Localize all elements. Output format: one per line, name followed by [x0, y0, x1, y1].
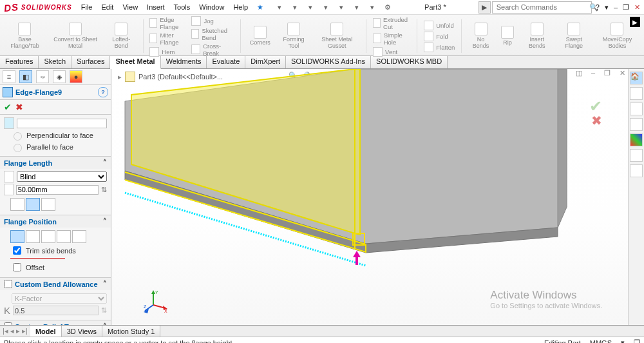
ribbon-edge-flange[interactable]: Edge Flange	[149, 16, 186, 30]
status-restore-icon[interactable]: ❐	[634, 338, 640, 343]
help-icon[interactable]: ?	[98, 87, 108, 97]
tab-weldments[interactable]: Weldments	[161, 56, 207, 68]
minimize-icon[interactable]: –	[614, 3, 618, 12]
ribbon-jog[interactable]: Jog	[191, 16, 233, 26]
restore-icon[interactable]: ❐	[623, 3, 629, 12]
fpos-opt1-icon[interactable]	[10, 230, 24, 243]
flen-mode-select[interactable]: Blind	[17, 172, 107, 182]
ribbon-no-bends[interactable]: No Bends	[468, 17, 493, 55]
menu-window[interactable]: Window	[199, 3, 224, 12]
save-icon[interactable]: ▾	[306, 3, 315, 12]
ribbon-fold[interactable]: Fold	[424, 32, 455, 41]
undo-icon[interactable]: ▾	[337, 3, 346, 12]
taskpane-appearances-icon[interactable]	[630, 133, 643, 146]
ribbon-forming-tool[interactable]: Forming Tool	[278, 17, 310, 55]
tab-sketch[interactable]: Sketch	[39, 56, 71, 68]
sec-flange-position[interactable]: Flange Position˄	[0, 215, 111, 228]
search-commands-input[interactable]: 🔍	[492, 1, 592, 14]
model-3d[interactable]	[111, 69, 627, 325]
tab-addins[interactable]: SOLIDWORKS Add-Ins	[286, 56, 371, 68]
menu-edit[interactable]: Edit	[101, 3, 113, 12]
fpos-opt3-icon[interactable]	[41, 230, 55, 243]
fpos-opt5-icon[interactable]	[72, 230, 86, 243]
status-caret-icon[interactable]: ▾	[621, 338, 625, 343]
menu-view[interactable]: View	[122, 3, 138, 12]
ribbon-vent[interactable]: Vent	[373, 47, 410, 57]
spinner-icon[interactable]: ⇅	[101, 306, 107, 315]
ribbon-extruded-cut[interactable]: Extruded Cut	[373, 16, 410, 30]
taskpane-custom-props-icon[interactable]	[630, 149, 643, 162]
search-input[interactable]	[495, 3, 587, 12]
radio-perp[interactable]	[14, 132, 22, 141]
flen-opt1-icon[interactable]	[10, 198, 24, 211]
ribbon-insert-bends[interactable]: Insert Bends	[522, 17, 553, 55]
footer-tab-motion-study[interactable]: Motion Study 1	[102, 326, 160, 337]
tab-evaluate[interactable]: Evaluate	[207, 56, 245, 68]
close-icon[interactable]: ✕	[634, 3, 640, 12]
help-icon[interactable]: ?	[596, 3, 600, 12]
radio-parallel[interactable]	[14, 144, 22, 152]
chk-offset[interactable]	[13, 263, 21, 271]
fm-tree-icon[interactable]: ≡	[3, 70, 15, 83]
fpos-opt2-icon[interactable]	[26, 230, 40, 243]
flen-value-input[interactable]	[16, 185, 99, 195]
flen-dim-icon[interactable]	[4, 184, 14, 195]
cba-type-select[interactable]: K-Factor	[12, 293, 107, 304]
taskpane-file-explorer-icon[interactable]	[630, 103, 643, 115]
rebuild-icon[interactable]: ▾	[352, 3, 361, 12]
cba-value-input[interactable]	[13, 306, 99, 315]
tab-surfaces[interactable]: Surfaces	[71, 56, 110, 68]
chk-cba[interactable]	[4, 280, 12, 288]
ribbon-miter-flange[interactable]: Miter Flange	[149, 32, 186, 46]
edge-select-box[interactable]	[17, 119, 107, 128]
footer-tab-3dviews[interactable]: 3D Views	[62, 326, 102, 337]
ribbon-gusset[interactable]: Sheet Metal Gusset	[314, 17, 359, 55]
settings-gear-icon[interactable]: ⚙	[383, 3, 392, 12]
open-icon[interactable]: ▾	[290, 3, 299, 12]
ribbon-convert-sheet[interactable]: Convert to Sheet Metal	[50, 17, 101, 55]
sec-relief-type[interactable]: Custom Relief Type˄	[0, 320, 111, 325]
ribbon-base-flange[interactable]: Base Flange/Tab	[5, 17, 44, 55]
flange-direction-arrow[interactable]	[353, 251, 359, 265]
menu-insert[interactable]: Insert	[147, 3, 165, 12]
ribbon-sketched-bend[interactable]: Sketched Bend	[191, 27, 233, 41]
search-trigger-icon[interactable]: ▶	[478, 1, 491, 14]
menu-file[interactable]: File	[81, 3, 93, 12]
sec-flange-length[interactable]: Flange Length˄	[0, 156, 111, 169]
menu-tools[interactable]: Tools	[174, 3, 191, 12]
ok-icon[interactable]: ✔	[4, 102, 12, 112]
status-units[interactable]: MMGS	[590, 339, 612, 344]
flen-opt2-icon[interactable]	[26, 198, 40, 211]
ribbon-simple-hole[interactable]: Simple Hole	[373, 32, 410, 46]
caret-icon[interactable]: ▾	[605, 3, 609, 12]
print-icon[interactable]: ▾	[321, 3, 330, 12]
ribbon-cross-break[interactable]: Cross-Break	[191, 43, 233, 57]
tab-mbd[interactable]: SOLIDWORKS MBD	[371, 56, 448, 68]
fm-display-icon[interactable]: ◈	[53, 70, 66, 83]
menu-help[interactable]: Help	[233, 3, 248, 12]
flen-opt3-icon[interactable]	[41, 198, 55, 211]
ribbon-rip[interactable]: Rip	[498, 17, 516, 55]
ribbon-hem[interactable]: Hem	[149, 47, 186, 57]
fm-config-icon[interactable]: ⎃	[36, 70, 49, 83]
sec-bend-allowance[interactable]: Custom Bend Allowance˄	[0, 277, 111, 290]
footer-handles[interactable]: |◂ ◂ ▸ ▸|	[0, 326, 30, 337]
fm-props-icon[interactable]: ◧	[19, 70, 32, 83]
tab-sheet-metal[interactable]: Sheet Metal	[110, 56, 160, 69]
new-doc-icon[interactable]: ▾	[275, 3, 284, 12]
chk-trim-side-bends[interactable]	[13, 246, 21, 255]
cancel-icon[interactable]: ✖	[15, 102, 23, 112]
confirm-cancel-icon[interactable]: ✖	[591, 113, 602, 128]
spinner-icon[interactable]: ⇅	[101, 186, 107, 194]
graphics-viewport[interactable]: ▸ Part3 (Default<<Default>... 🔍 🔎 ↩ ◧ ◰ …	[111, 69, 628, 325]
opt-icon[interactable]: ▾	[368, 3, 377, 12]
ribbon-lofted-bend[interactable]: Lofted-Bend	[106, 17, 136, 55]
taskpane-home-icon[interactable]: 🏠	[630, 72, 643, 84]
fpos-opt4-icon[interactable]	[57, 230, 71, 243]
taskpane-forum-icon[interactable]	[630, 164, 643, 177]
footer-tab-model[interactable]: Model	[30, 326, 62, 337]
ribbon-arrow-icon[interactable]: ▶	[630, 17, 640, 27]
tab-dimxpert[interactable]: DimXpert	[245, 56, 286, 68]
flen-dir-icon[interactable]	[4, 171, 14, 182]
ribbon-swept-flange[interactable]: Swept Flange	[558, 17, 591, 55]
